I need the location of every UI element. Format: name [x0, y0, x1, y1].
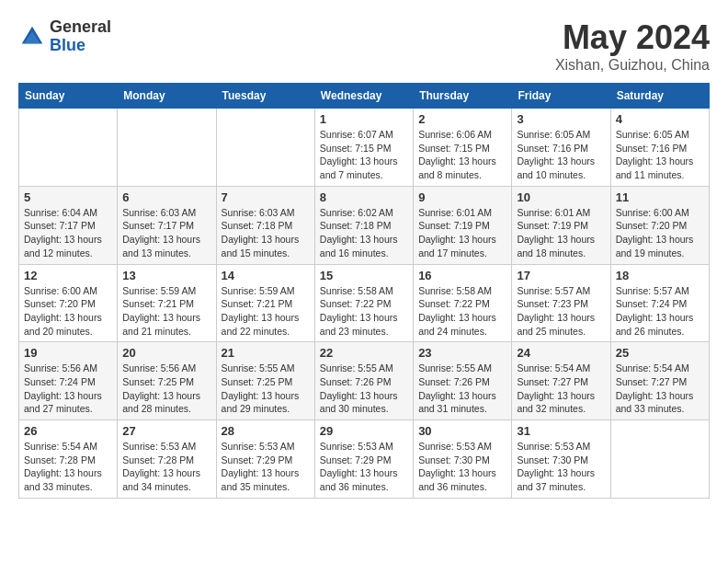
day-info: Sunrise: 6:00 AM Sunset: 7:20 PM Dayligh…	[24, 284, 112, 339]
month-title: May 2024	[555, 18, 710, 57]
day-info: Sunrise: 6:00 AM Sunset: 7:20 PM Dayligh…	[616, 206, 704, 260]
weekday-wednesday: Wednesday	[314, 84, 413, 109]
day-number: 12	[24, 269, 112, 282]
weekday-header: SundayMondayTuesdayWednesdayThursdayFrid…	[19, 84, 710, 109]
day-number: 14	[222, 269, 310, 282]
day-info: Sunrise: 5:59 AM Sunset: 7:21 PM Dayligh…	[122, 284, 210, 339]
day-cell: 16Sunrise: 5:58 AM Sunset: 7:22 PM Dayli…	[414, 264, 512, 342]
day-cell: 7Sunrise: 6:03 AM Sunset: 7:18 PM Daylig…	[216, 186, 314, 264]
day-number: 13	[122, 269, 210, 282]
day-cell: 4Sunrise: 6:05 AM Sunset: 7:16 PM Daylig…	[610, 109, 709, 187]
day-number: 11	[616, 190, 704, 204]
day-cell	[216, 109, 314, 187]
day-info: Sunrise: 5:57 AM Sunset: 7:23 PM Dayligh…	[517, 284, 605, 339]
day-cell: 30Sunrise: 5:53 AM Sunset: 7:30 PM Dayli…	[414, 420, 512, 499]
day-cell: 18Sunrise: 5:57 AM Sunset: 7:24 PM Dayli…	[610, 264, 709, 342]
day-info: Sunrise: 5:54 AM Sunset: 7:27 PM Dayligh…	[616, 362, 704, 416]
day-cell: 19Sunrise: 5:56 AM Sunset: 7:24 PM Dayli…	[19, 342, 118, 420]
weekday-tuesday: Tuesday	[216, 84, 314, 109]
day-cell: 31Sunrise: 5:53 AM Sunset: 7:30 PM Dayli…	[512, 420, 610, 499]
day-info: Sunrise: 5:58 AM Sunset: 7:22 PM Dayligh…	[418, 284, 506, 339]
weekday-thursday: Thursday	[414, 84, 512, 109]
day-cell: 21Sunrise: 5:55 AM Sunset: 7:25 PM Dayli…	[216, 342, 314, 420]
day-cell: 15Sunrise: 5:58 AM Sunset: 7:22 PM Dayli…	[314, 264, 413, 342]
day-cell: 22Sunrise: 5:55 AM Sunset: 7:26 PM Dayli…	[314, 342, 413, 420]
logo-icon	[18, 23, 46, 51]
weekday-monday: Monday	[118, 84, 216, 109]
logo: General Blue	[18, 18, 111, 55]
day-cell: 29Sunrise: 5:53 AM Sunset: 7:29 PM Dayli…	[314, 420, 413, 499]
day-number: 31	[517, 424, 605, 438]
day-cell: 5Sunrise: 6:04 AM Sunset: 7:17 PM Daylig…	[19, 186, 118, 264]
day-info: Sunrise: 5:53 AM Sunset: 7:29 PM Dayligh…	[222, 440, 310, 494]
day-info: Sunrise: 5:55 AM Sunset: 7:26 PM Dayligh…	[320, 362, 408, 416]
day-number: 23	[418, 346, 506, 360]
day-number: 28	[222, 424, 310, 438]
day-number: 26	[24, 424, 112, 438]
day-info: Sunrise: 6:07 AM Sunset: 7:15 PM Dayligh…	[320, 128, 408, 182]
week-row-3: 12Sunrise: 6:00 AM Sunset: 7:20 PM Dayli…	[19, 264, 710, 342]
day-number: 6	[122, 190, 210, 204]
day-info: Sunrise: 5:59 AM Sunset: 7:21 PM Dayligh…	[222, 284, 310, 339]
day-number: 5	[24, 190, 112, 204]
day-number: 29	[320, 424, 408, 438]
day-cell: 12Sunrise: 6:00 AM Sunset: 7:20 PM Dayli…	[19, 264, 118, 342]
day-info: Sunrise: 5:53 AM Sunset: 7:30 PM Dayligh…	[418, 440, 506, 494]
day-info: Sunrise: 6:02 AM Sunset: 7:18 PM Dayligh…	[320, 206, 408, 260]
calendar-body: 1Sunrise: 6:07 AM Sunset: 7:15 PM Daylig…	[19, 109, 710, 499]
location: Xishan, Guizhou, China	[555, 57, 710, 74]
day-number: 15	[320, 269, 408, 282]
day-number: 27	[122, 424, 210, 438]
day-cell: 26Sunrise: 5:54 AM Sunset: 7:28 PM Dayli…	[19, 420, 118, 499]
weekday-sunday: Sunday	[19, 84, 118, 109]
day-number: 22	[320, 346, 408, 360]
day-number: 18	[616, 269, 704, 282]
day-cell: 8Sunrise: 6:02 AM Sunset: 7:18 PM Daylig…	[314, 186, 413, 264]
day-number: 17	[517, 269, 605, 282]
logo-general: General	[50, 18, 111, 37]
day-number: 24	[517, 346, 605, 360]
day-cell	[610, 420, 709, 499]
day-info: Sunrise: 5:55 AM Sunset: 7:26 PM Dayligh…	[418, 362, 506, 416]
day-cell: 25Sunrise: 5:54 AM Sunset: 7:27 PM Dayli…	[610, 342, 709, 420]
day-cell: 6Sunrise: 6:03 AM Sunset: 7:17 PM Daylig…	[118, 186, 216, 264]
day-number: 30	[418, 424, 506, 438]
day-info: Sunrise: 6:06 AM Sunset: 7:15 PM Dayligh…	[418, 128, 506, 182]
day-number: 8	[320, 190, 408, 204]
day-cell: 1Sunrise: 6:07 AM Sunset: 7:15 PM Daylig…	[314, 109, 413, 187]
title-area: May 2024 Xishan, Guizhou, China	[555, 18, 710, 74]
day-info: Sunrise: 5:55 AM Sunset: 7:25 PM Dayligh…	[222, 362, 310, 416]
day-cell: 24Sunrise: 5:54 AM Sunset: 7:27 PM Dayli…	[512, 342, 610, 420]
week-row-4: 19Sunrise: 5:56 AM Sunset: 7:24 PM Dayli…	[19, 342, 710, 420]
day-cell: 17Sunrise: 5:57 AM Sunset: 7:23 PM Dayli…	[512, 264, 610, 342]
day-cell: 9Sunrise: 6:01 AM Sunset: 7:19 PM Daylig…	[414, 186, 512, 264]
day-cell: 13Sunrise: 5:59 AM Sunset: 7:21 PM Dayli…	[118, 264, 216, 342]
day-info: Sunrise: 6:01 AM Sunset: 7:19 PM Dayligh…	[418, 206, 506, 260]
day-cell: 28Sunrise: 5:53 AM Sunset: 7:29 PM Dayli…	[216, 420, 314, 499]
day-number: 25	[616, 346, 704, 360]
day-info: Sunrise: 5:53 AM Sunset: 7:30 PM Dayligh…	[517, 440, 605, 494]
day-info: Sunrise: 6:03 AM Sunset: 7:17 PM Dayligh…	[122, 206, 210, 260]
day-cell: 3Sunrise: 6:05 AM Sunset: 7:16 PM Daylig…	[512, 109, 610, 187]
day-info: Sunrise: 5:58 AM Sunset: 7:22 PM Dayligh…	[320, 284, 408, 339]
day-info: Sunrise: 6:05 AM Sunset: 7:16 PM Dayligh…	[517, 128, 605, 182]
day-info: Sunrise: 6:01 AM Sunset: 7:19 PM Dayligh…	[517, 206, 605, 260]
day-number: 16	[418, 269, 506, 282]
day-cell	[118, 109, 216, 187]
day-number: 2	[418, 112, 506, 126]
day-info: Sunrise: 5:54 AM Sunset: 7:27 PM Dayligh…	[517, 362, 605, 416]
calendar-table: SundayMondayTuesdayWednesdayThursdayFrid…	[18, 83, 710, 499]
day-cell: 20Sunrise: 5:56 AM Sunset: 7:25 PM Dayli…	[118, 342, 216, 420]
day-number: 1	[320, 112, 408, 126]
logo-text: General Blue	[50, 18, 111, 55]
day-info: Sunrise: 5:53 AM Sunset: 7:29 PM Dayligh…	[320, 440, 408, 494]
day-cell: 2Sunrise: 6:06 AM Sunset: 7:15 PM Daylig…	[414, 109, 512, 187]
day-cell: 11Sunrise: 6:00 AM Sunset: 7:20 PM Dayli…	[610, 186, 709, 264]
day-number: 10	[517, 190, 605, 204]
day-cell	[19, 109, 118, 187]
day-info: Sunrise: 5:56 AM Sunset: 7:25 PM Dayligh…	[122, 362, 210, 416]
day-number: 20	[122, 346, 210, 360]
day-info: Sunrise: 5:56 AM Sunset: 7:24 PM Dayligh…	[24, 362, 112, 416]
week-row-1: 1Sunrise: 6:07 AM Sunset: 7:15 PM Daylig…	[19, 109, 710, 187]
day-cell: 23Sunrise: 5:55 AM Sunset: 7:26 PM Dayli…	[414, 342, 512, 420]
